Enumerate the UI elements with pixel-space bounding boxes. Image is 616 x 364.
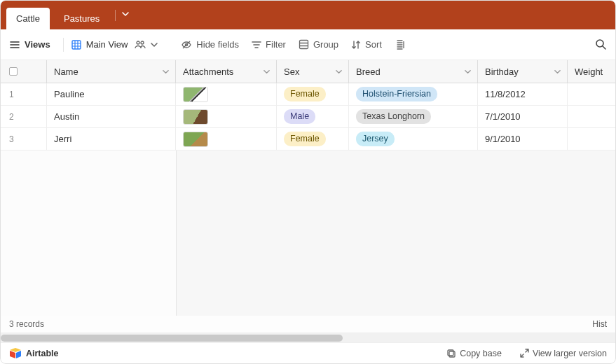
tab-cattle[interactable]: Cattle [6,8,50,29]
views-label: Views [25,39,50,50]
cell-name[interactable]: Jerri [47,128,176,150]
svg-point-1 [137,41,139,44]
airtable-logo-icon [9,348,22,359]
group-icon [299,39,309,50]
brand-label: Airtable [26,349,59,358]
sort-icon [351,40,361,50]
column-label: Attachments [183,66,233,77]
eye-off-icon [181,39,192,50]
row-number[interactable]: 1 [1,83,47,105]
column-label: Birthday [485,66,519,77]
chevron-down-icon [121,10,130,18]
cell-breed[interactable]: Texas Longhorn [349,106,478,127]
grid-body: 1PaulineFemaleHolstein-Friersian11/8/201… [1,83,615,316]
chevron-down-icon[interactable] [554,68,561,76]
row-height-icon [395,39,405,50]
grid-view-icon [71,39,82,50]
group-button[interactable]: Group [299,39,338,50]
cell-breed[interactable]: Jersey [349,128,478,150]
cell-sex[interactable]: Female [277,128,349,150]
breed-pill: Texas Longhorn [356,109,431,125]
breed-pill: Jersey [356,132,395,147]
cell-birthday[interactable]: 11/8/2012 [478,83,568,105]
tab-divider [115,10,116,21]
cell-weight[interactable] [568,128,615,150]
table-tabs: Cattle Pastures [1,1,615,29]
chevron-down-icon [150,41,158,49]
cell-attachments[interactable] [176,128,277,150]
column-label: Name [54,66,78,77]
cell-breed[interactable]: Holstein-Friersian [349,83,478,105]
column-header-birthday[interactable]: Birthday [478,60,568,83]
breed-pill: Holstein-Friersian [356,87,437,102]
column-header-attachments[interactable]: Attachments [176,60,277,83]
cell-sex[interactable]: Male [277,106,349,127]
search-button[interactable] [595,38,607,50]
column-header-breed[interactable]: Breed [349,60,478,83]
svg-rect-6 [449,351,455,357]
cell-weight[interactable] [568,106,615,127]
hide-fields-button[interactable]: Hide fields [181,39,239,50]
copy-base-label: Copy base [460,349,502,358]
sort-button[interactable]: Sort [351,39,382,50]
column-header-name[interactable]: Name [47,60,176,83]
sort-label: Sort [365,39,382,50]
select-all-checkbox[interactable] [9,67,18,76]
table-row[interactable]: 3JerriFemaleJersey9/1/2010 [1,128,615,150]
view-name: Main View [86,39,128,50]
row-height-button[interactable] [395,39,405,50]
table-row[interactable]: 1PaulineFemaleHolstein-Friersian11/8/201… [1,83,615,106]
cell-birthday[interactable]: 7/1/2010 [478,106,568,127]
view-toolbar: Views Main View Hide fields [1,29,615,60]
filter-label: Filter [266,39,286,50]
menu-icon [9,39,20,50]
column-label: Weight [575,66,603,77]
cell-weight[interactable] [568,83,615,105]
embed-footer: Airtable Copy base View larger version [1,342,615,363]
column-label: Sex [284,66,299,77]
status-right: Hist [592,319,607,329]
cell-attachments[interactable] [176,83,277,105]
column-header-weight[interactable]: Weight [568,60,615,83]
airtable-logo[interactable]: Airtable [9,348,59,359]
tab-label: Pastures [64,13,100,24]
chevron-down-icon[interactable] [335,68,343,76]
tab-label: Cattle [16,13,40,24]
copy-icon [446,349,456,358]
cell-name[interactable]: Pauline [47,83,176,105]
tab-menu-button[interactable] [117,10,137,26]
table-row[interactable]: 2AustinMaleTexas Longhorn7/1/2010 [1,106,615,128]
view-selector[interactable]: Main View [71,39,159,50]
sex-pill: Male [284,109,315,125]
cell-attachments[interactable] [176,106,277,127]
filter-button[interactable]: Filter [252,39,286,50]
row-number[interactable]: 2 [1,106,47,127]
column-header-row: Name Attachments Sex Breed Birthday Weig… [1,60,615,83]
sex-pill: Female [284,132,326,147]
view-larger-button[interactable]: View larger version [520,349,607,358]
chevron-down-icon[interactable] [464,68,472,76]
column-header-sex[interactable]: Sex [277,60,349,83]
row-number[interactable]: 3 [1,128,47,150]
hide-fields-label: Hide fields [196,39,239,50]
attachment-thumbnail[interactable] [183,87,208,102]
horizontal-scrollbar[interactable] [1,332,615,342]
copy-base-button[interactable]: Copy base [446,349,502,358]
select-all-cell[interactable] [1,60,47,83]
tab-pastures[interactable]: Pastures [54,8,109,29]
attachment-thumbnail[interactable] [183,109,208,125]
cell-birthday[interactable]: 9/1/2010 [478,128,568,150]
svg-rect-7 [448,350,453,356]
status-bar: 3 records Hist [1,316,615,332]
svg-point-2 [141,41,144,44]
people-icon [135,40,146,50]
chevron-down-icon[interactable] [263,68,271,76]
group-label: Group [313,39,338,50]
views-button[interactable]: Views [9,39,50,50]
cell-name[interactable]: Austin [47,106,176,127]
scroll-thumb[interactable] [1,335,343,342]
sex-pill: Female [284,87,326,102]
attachment-thumbnail[interactable] [183,132,208,147]
chevron-down-icon[interactable] [162,68,170,76]
cell-sex[interactable]: Female [277,83,349,105]
